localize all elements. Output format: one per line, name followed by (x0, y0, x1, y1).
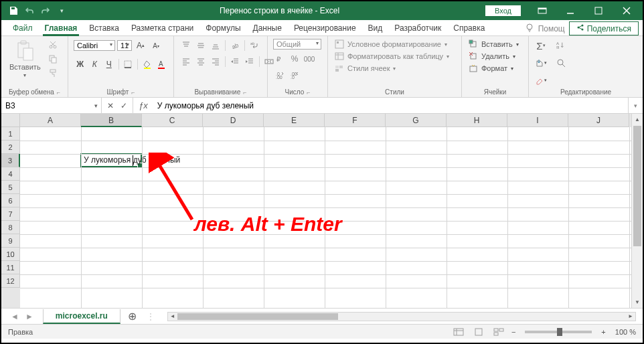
page-break-view-icon[interactable] (491, 326, 506, 338)
borders-icon[interactable] (122, 58, 135, 71)
column-header[interactable]: D (203, 114, 264, 127)
bold-button[interactable]: Ж (74, 58, 87, 71)
tab-layout[interactable]: Разметка страни (125, 21, 199, 35)
column-header[interactable]: H (447, 114, 507, 127)
accounting-icon[interactable]: ₽ (273, 52, 287, 66)
column-header[interactable]: B (81, 114, 142, 127)
redo-icon[interactable] (40, 5, 51, 16)
orientation-icon[interactable]: ab (228, 39, 242, 52)
row-header[interactable]: 4 (1, 167, 20, 181)
qat-customize-icon[interactable]: ▾ (56, 5, 67, 16)
row-header[interactable]: 12 (1, 274, 20, 288)
add-sheet-icon[interactable]: ⊕ (125, 310, 141, 323)
align-bottom-icon[interactable] (209, 39, 222, 52)
delete-cells-button[interactable]: Удалить▾ (467, 51, 520, 62)
zoom-slider[interactable] (525, 331, 592, 333)
row-headers[interactable]: 123456789101112 (1, 127, 20, 308)
save-icon[interactable] (8, 5, 19, 16)
cancel-edit-icon[interactable]: ✕ (107, 101, 114, 110)
alignment-launcher-icon[interactable]: ⌐ (243, 89, 246, 96)
tab-developer[interactable]: Разработчик (388, 21, 447, 35)
row-header[interactable]: 10 (1, 248, 20, 261)
tab-nav-prev-icon[interactable]: ◄ (11, 312, 19, 321)
tab-review[interactable]: Рецензирование (288, 21, 362, 35)
sheet-tab-active[interactable]: microexcel.ru (43, 309, 120, 324)
formula-expand-icon[interactable]: ▾ (628, 98, 643, 113)
number-format-select[interactable]: Общий (273, 39, 321, 50)
tab-file[interactable]: Файл (7, 21, 39, 35)
clear-icon[interactable]: ▾ (534, 74, 548, 87)
minimize-icon[interactable] (557, 1, 584, 20)
font-color-icon[interactable]: A (155, 58, 169, 71)
conditional-formatting-button[interactable]: Условное форматирование▾ (333, 39, 451, 50)
undo-icon[interactable] (24, 5, 35, 16)
scroll-right-icon[interactable]: ► (626, 313, 635, 321)
zoom-in-icon[interactable]: + (601, 328, 605, 336)
tab-formulas[interactable]: Формулы (199, 21, 246, 35)
copy-icon[interactable] (46, 53, 60, 65)
zoom-level[interactable]: 100 % (615, 328, 636, 336)
align-top-icon[interactable] (179, 39, 193, 52)
column-header[interactable]: C (142, 114, 203, 127)
column-header[interactable]: J (568, 114, 629, 127)
cells-area[interactable]: У лукоморья дуб зеленый (20, 127, 631, 308)
format-as-table-button[interactable]: Форматировать как таблицу▾ (333, 51, 451, 62)
italic-button[interactable]: К (88, 58, 102, 71)
hscroll-thumb[interactable] (177, 313, 338, 320)
page-layout-view-icon[interactable] (471, 326, 486, 338)
align-center-icon[interactable] (194, 55, 208, 68)
fx-icon[interactable]: ƒx (133, 98, 153, 113)
vscroll-thumb[interactable] (633, 126, 641, 246)
column-header[interactable]: E (264, 114, 325, 127)
row-header[interactable]: 3 (1, 154, 20, 167)
increase-decimal-icon[interactable]: .0.00 (273, 68, 287, 82)
scroll-down-icon[interactable]: ▼ (632, 296, 643, 308)
decrease-decimal-icon[interactable]: .00.0 (288, 68, 301, 82)
name-box[interactable]: B3 (1, 98, 102, 113)
column-headers[interactable]: ABCDEFGHIJ (20, 114, 631, 127)
close-icon[interactable] (613, 1, 640, 20)
row-header[interactable]: 6 (1, 194, 20, 207)
column-header[interactable]: F (325, 114, 386, 127)
increase-indent-icon[interactable] (243, 55, 256, 68)
font-name-select[interactable]: Calibri (74, 40, 115, 51)
underline-button[interactable]: Ч (102, 58, 116, 71)
increase-font-icon[interactable]: A▴ (134, 39, 147, 52)
row-header[interactable]: 7 (1, 207, 20, 221)
row-header[interactable]: 1 (1, 127, 20, 141)
tab-view[interactable]: Вид (362, 21, 389, 35)
font-launcher-icon[interactable]: ⌐ (131, 89, 135, 96)
sort-filter-icon[interactable]: AЯ (554, 39, 568, 52)
row-header[interactable]: 8 (1, 221, 20, 234)
tab-home[interactable]: Главная (39, 21, 84, 35)
vertical-scrollbar[interactable]: ▲ ▼ (631, 114, 643, 308)
horizontal-scrollbar[interactable]: ◄ ► (167, 312, 636, 321)
formula-input[interactable] (153, 98, 628, 113)
column-header[interactable]: A (20, 114, 81, 127)
tellme-label[interactable]: Помощ (538, 24, 565, 33)
spreadsheet-grid[interactable]: ABCDEFGHIJ 123456789101112 У лукоморья д… (1, 114, 643, 308)
cut-icon[interactable] (46, 39, 60, 51)
scroll-left-icon[interactable]: ◄ (168, 313, 177, 321)
wrap-text-icon[interactable]: ab (248, 39, 261, 52)
lightbulb-icon[interactable] (525, 23, 534, 34)
login-button[interactable]: Вход (485, 5, 521, 16)
column-header[interactable]: I (507, 114, 568, 127)
tab-help[interactable]: Справка (447, 21, 491, 35)
tab-data[interactable]: Данные (247, 21, 288, 35)
autosum-icon[interactable]: Σ▾ (534, 39, 548, 52)
cell-styles-button[interactable]: Стили ячеек▾ (333, 63, 451, 74)
format-painter-icon[interactable] (46, 67, 60, 79)
align-right-icon[interactable] (209, 55, 222, 68)
row-header[interactable]: 5 (1, 181, 20, 194)
select-all-corner[interactable] (1, 114, 20, 127)
clipboard-launcher-icon[interactable]: ⌐ (57, 89, 60, 96)
insert-cells-button[interactable]: Вставить▾ (467, 39, 520, 50)
share-button[interactable]: Поделиться (569, 21, 639, 35)
ribbon-options-icon[interactable] (529, 1, 556, 20)
normal-view-icon[interactable] (451, 326, 466, 338)
row-header[interactable]: 2 (1, 141, 20, 154)
tab-nav-next-icon[interactable]: ► (25, 312, 33, 321)
comma-icon[interactable]: 000 (303, 52, 316, 66)
decrease-indent-icon[interactable] (228, 55, 242, 68)
